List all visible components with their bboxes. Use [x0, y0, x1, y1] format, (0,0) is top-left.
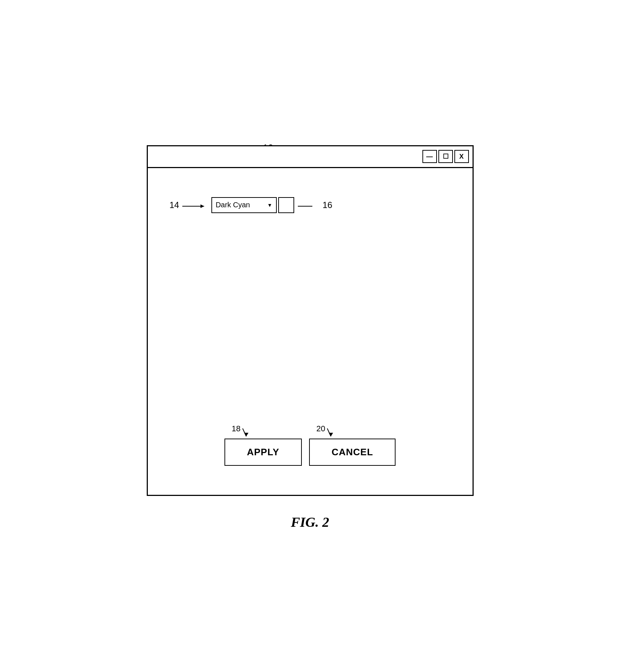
cancel-button[interactable]: CANCEL: [309, 439, 396, 466]
svg-marker-6: [244, 433, 248, 436]
cancel-button-wrapper: 20 CANCEL: [309, 439, 396, 466]
page-wrapper: 10 — ☐ X: [92, 142, 528, 530]
window-controls: — ☐ X: [422, 150, 469, 163]
annotation-14: 14: [170, 200, 179, 210]
svg-marker-3: [200, 204, 204, 208]
maximize-button[interactable]: ☐: [438, 150, 453, 163]
arrow-20: [324, 428, 338, 439]
apply-button[interactable]: APPLY: [224, 439, 302, 466]
title-bar: — ☐ X: [148, 146, 473, 168]
annotation-14-wrapper: 14: [170, 200, 208, 210]
arrow-18: [239, 428, 254, 439]
annotation-16-wrapper: 16: [298, 200, 332, 210]
dropdown-arrow-icon: ▼: [267, 202, 272, 208]
bottom-buttons-area: 18 APPLY 20 CANCEL: [148, 439, 473, 466]
dropdown-selected-value: Dark Cyan: [216, 201, 250, 209]
apply-button-wrapper: 18 APPLY: [224, 439, 302, 466]
color-dropdown[interactable]: Dark Cyan ▼: [211, 197, 277, 213]
minimize-button[interactable]: —: [422, 150, 437, 163]
close-button[interactable]: X: [454, 150, 469, 163]
window-content: 14 Dark Cyan ▼: [148, 168, 473, 495]
figure-caption: FIG. 2: [291, 514, 329, 530]
main-window: — ☐ X 14: [147, 145, 474, 496]
arrow-14: [182, 203, 208, 210]
svg-marker-8: [329, 433, 333, 436]
annotation-16: 16: [323, 200, 332, 210]
arrow-16: [298, 203, 320, 210]
color-preview-box: [278, 197, 294, 213]
